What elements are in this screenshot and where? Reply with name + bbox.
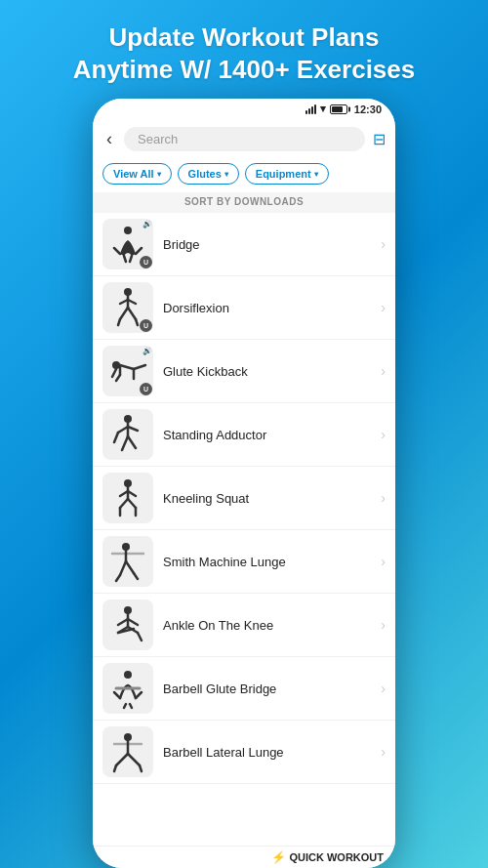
exercise-thumbnail [102, 536, 153, 587]
exercise-list: 🔊UBridge› UDorsiflexion› 🔊UGlute Kickbac… [93, 213, 395, 846]
svg-line-4 [124, 256, 126, 262]
chevron-right-icon: › [381, 681, 386, 696]
svg-line-15 [130, 704, 132, 708]
svg-point-11 [124, 671, 132, 679]
quick-workout-bar: ⚡ QUICK WORKOUT [93, 846, 395, 868]
svg-line-14 [124, 704, 126, 708]
sound-badge: 🔊 [142, 220, 152, 228]
wifi-icon: ▾ [320, 103, 326, 115]
search-placeholder: Search [138, 132, 178, 146]
exercise-item[interactable]: 🔊UBridge› [93, 213, 395, 276]
filter-icon[interactable]: ⊟ [373, 130, 386, 148]
chevron-right-icon: › [381, 427, 386, 442]
search-bar-row: ‹ Search ⊟ [93, 119, 395, 159]
chevron-down-icon: ▾ [157, 170, 161, 179]
exercise-thumbnail [102, 599, 153, 650]
chevron-right-icon: › [381, 236, 386, 252]
svg-line-13 [136, 692, 142, 698]
chevron-down-icon: ▾ [224, 170, 228, 179]
exercise-name: Glute Kickback [163, 364, 381, 379]
status-bar: ▾ 12:30 [93, 99, 395, 119]
back-button[interactable]: ‹ [102, 127, 116, 151]
svg-line-1 [114, 248, 120, 254]
exercise-name: Smith Machine Lunge [163, 555, 381, 569]
exercise-name: Dorsiflexion [163, 301, 381, 315]
phone-frame: ▾ 12:30 ‹ Search ⊟ View All ▾ Glutes ▾ E… [93, 99, 395, 868]
quick-workout-button[interactable]: ⚡ QUICK WORKOUT [271, 850, 384, 864]
exercise-name: Barbell Lateral Lunge [163, 745, 381, 760]
filter-chip-glutes[interactable]: Glutes ▾ [178, 163, 239, 185]
exercise-name: Barbell Glute Bridge [163, 682, 381, 696]
exercise-item[interactable]: Standing Adductor› [93, 403, 395, 467]
exercise-item[interactable]: Ankle On The Knee› [93, 594, 395, 657]
u-badge: U [140, 256, 152, 269]
exercise-thumbnail: 🔊U [102, 219, 153, 269]
exercise-name: Bridge [163, 237, 381, 252]
exercise-name: Standing Adductor [163, 428, 381, 442]
svg-point-0 [124, 227, 132, 234]
exercise-item[interactable]: UDorsiflexion› [93, 276, 395, 340]
u-badge: U [140, 383, 152, 395]
exercise-thumbnail [102, 726, 153, 777]
sort-label: SORT BY DOWNLOADS [93, 192, 395, 213]
chevron-right-icon: › [381, 490, 386, 506]
chevron-right-icon: › [381, 300, 386, 315]
sound-badge: 🔊 [142, 347, 152, 355]
lightning-icon: ⚡ [271, 850, 286, 864]
exercise-item[interactable]: Smith Machine Lunge› [93, 530, 395, 594]
exercise-thumbnail [102, 409, 153, 460]
filter-chip-equipment[interactable]: Equipment ▾ [245, 163, 329, 185]
u-badge: U [140, 319, 152, 332]
chevron-right-icon: › [381, 617, 386, 633]
filter-chip-view-all[interactable]: View All ▾ [102, 163, 172, 185]
svg-line-2 [136, 248, 142, 254]
chevron-right-icon: › [381, 554, 386, 569]
exercise-name: Ankle On The Knee [163, 618, 381, 633]
exercise-name: Kneeling Squat [163, 491, 381, 506]
chevron-down-icon: ▾ [314, 170, 318, 179]
exercise-thumbnail [102, 663, 153, 714]
chevron-right-icon: › [381, 744, 386, 760]
clock: 12:30 [354, 103, 382, 115]
filter-row: View All ▾ Glutes ▾ Equipment ▾ [93, 159, 395, 192]
exercise-thumbnail: 🔊U [102, 346, 153, 396]
chevron-right-icon: › [381, 363, 386, 379]
battery-icon [330, 104, 347, 114]
signal-icon [305, 104, 316, 114]
svg-line-12 [114, 692, 120, 698]
search-input-container[interactable]: Search [124, 127, 365, 151]
exercise-item[interactable]: Kneeling Squat› [93, 467, 395, 530]
exercise-item[interactable]: 🔊UGlute Kickback› [93, 340, 395, 403]
svg-line-3 [130, 256, 132, 262]
exercise-thumbnail [102, 473, 153, 523]
headline: Update Workout Plans Anytime W/ 1400+ Ex… [0, 0, 488, 99]
exercise-thumbnail: U [102, 282, 153, 333]
exercise-item[interactable]: Barbell Glute Bridge› [93, 657, 395, 721]
exercise-item[interactable]: Barbell Lateral Lunge› [93, 721, 395, 784]
